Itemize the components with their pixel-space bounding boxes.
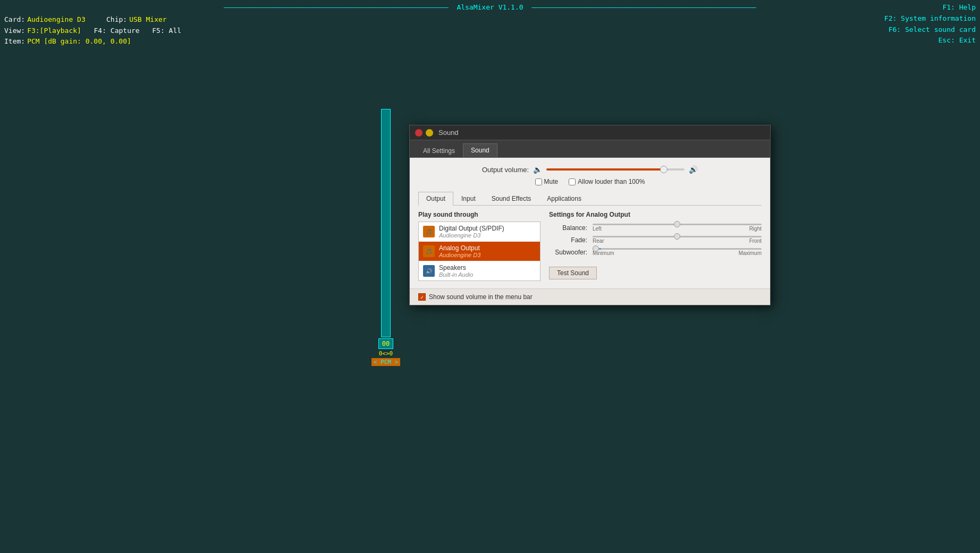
subwoofer-label: Subwoofer:: [549, 249, 587, 256]
device-sub-analog: Audioengine D3: [439, 252, 480, 258]
fader-fill: [382, 109, 390, 337]
fade-row: Fade: Rear Front: [549, 236, 762, 244]
card-line: Card: Audioengine D3 Chip: USB Mixer: [4, 14, 976, 25]
balance-label: Balance:: [549, 224, 587, 232]
shortcut-f1: F1: Help: [884, 2, 976, 13]
subwoofer-row: Subwoofer: Minimum Maximum: [549, 248, 762, 256]
fade-track[interactable]: [593, 236, 762, 237]
f4-label: F4: Capture: [94, 25, 140, 37]
mute-label: Mute: [544, 178, 559, 185]
tab-output[interactable]: Output: [418, 192, 453, 206]
device-text-analog: Analog Output Audioengine D3: [439, 244, 480, 258]
dialog-titlebar: Sound: [410, 125, 770, 140]
fader-label: < PCM >: [371, 358, 400, 366]
test-sound-button[interactable]: Test Sound: [549, 267, 597, 279]
dialog-top-tabs: All Settings Sound: [410, 140, 770, 158]
shortcut-f2: F2: System information: [884, 13, 976, 24]
tab-sound-effects[interactable]: Sound Effects: [484, 192, 539, 205]
output-volume-label: Output volume:: [482, 166, 529, 174]
device-sub-speakers: Built-in Audio: [439, 271, 473, 278]
fader-value: 00: [378, 338, 393, 349]
allow-louder-label: Allow louder than 100%: [578, 178, 645, 185]
subwoofer-thumb: [593, 245, 599, 252]
subwoofer-labels: Minimum Maximum: [593, 250, 762, 256]
item-label: Item:: [4, 36, 25, 47]
show-volume-label: Show sound volume in the menu bar: [429, 293, 533, 301]
shortcut-esc: Esc: Exit: [884, 35, 976, 46]
mute-checkbox[interactable]: [535, 178, 542, 185]
alsamixer-title-text: AlsaMixer V1.1.0: [457, 3, 523, 11]
device-icon-analog: 🎵: [423, 245, 435, 257]
device-text-digital: Digital Output (S/PDIF) Audioengine D3: [439, 225, 504, 239]
show-volume-checkbox[interactable]: ✓: [418, 293, 426, 301]
volume-low-icon: 🔈: [533, 165, 542, 174]
volume-high-icon: 🔊: [689, 165, 698, 174]
fade-front-label: Front: [749, 238, 762, 244]
play-sound-panel: Play sound through 🎵 Digital Output (S/P…: [418, 211, 540, 281]
fader-range: 0<>0: [379, 350, 393, 357]
tab-input[interactable]: Input: [453, 192, 484, 205]
dialog-close-button[interactable]: [415, 129, 423, 137]
fader-label-text: PCM: [381, 359, 391, 365]
device-item-speakers[interactable]: 🔊 Speakers Built-in Audio: [419, 261, 540, 280]
chip-value: USB Mixer: [129, 14, 166, 25]
settings-panel: Settings for Analog Output Balance: Left…: [549, 211, 762, 281]
alsamixer-header: ————————————————————————————————————————…: [0, 0, 980, 49]
view-line: View: F3:[Playback] F4: Capture F5: All: [4, 25, 976, 37]
device-list: 🎵 Digital Output (S/PDIF) Audioengine D3…: [418, 222, 540, 281]
device-icon-digital: 🎵: [423, 226, 435, 237]
subwoofer-slider-wrap: Minimum Maximum: [593, 248, 762, 256]
balance-right-label: Right: [749, 226, 762, 232]
device-item-digital-output[interactable]: 🎵 Digital Output (S/PDIF) Audioengine D3: [419, 222, 540, 242]
item-value: PCM [dB gain: 0.00, 0.00]: [27, 36, 131, 47]
device-item-analog-output[interactable]: 🎵 Analog Output Audioengine D3: [419, 242, 540, 261]
device-name-speakers: Speakers: [439, 264, 473, 271]
inner-tabs: Output Input Sound Effects Applications: [418, 192, 762, 206]
alsamixer-title: ————————————————————————————————————————…: [4, 2, 976, 13]
device-sub-digital: Audioengine D3: [439, 232, 504, 239]
tab-sound[interactable]: Sound: [463, 143, 497, 157]
mute-checkbox-item[interactable]: Mute: [535, 178, 559, 185]
f5-label: F5: All: [152, 25, 181, 37]
output-content-area: Play sound through 🎵 Digital Output (S/P…: [418, 211, 762, 281]
item-line: Item: PCM [dB gain: 0.00, 0.00]: [4, 36, 976, 47]
dialog-minimize-button[interactable]: [426, 129, 433, 137]
balance-slider-wrap: Left Right: [593, 224, 762, 232]
output-volume-slider[interactable]: [546, 168, 685, 171]
balance-track[interactable]: [593, 224, 762, 225]
chip-label: Chip:: [106, 14, 127, 25]
alsamixer-shortcuts: F1: Help F2: System information F6: Sele…: [884, 2, 976, 46]
balance-row: Balance: Left Right: [549, 224, 762, 232]
allow-louder-checkbox-item[interactable]: Allow louder than 100%: [569, 178, 645, 185]
dialog-title: Sound: [438, 129, 459, 137]
fader-track[interactable]: [381, 109, 391, 337]
allow-louder-checkbox[interactable]: [569, 178, 576, 185]
bottom-row: ✓ Show sound volume in the menu bar: [410, 288, 770, 305]
settings-heading: Settings for Analog Output: [549, 211, 762, 218]
fade-label: Fade:: [549, 236, 587, 244]
balance-left-label: Left: [593, 226, 602, 232]
volume-options-row: Mute Allow louder than 100%: [418, 178, 762, 185]
view-value: F3:[Playback]: [27, 25, 81, 37]
volume-slider-thumb: [660, 166, 668, 173]
dialog-body: Output volume: 🔈 🔊 Mute Allow louder tha…: [410, 158, 770, 288]
device-name-analog: Analog Output: [439, 244, 480, 252]
card-value: Audioengine D3: [27, 14, 86, 25]
view-label: View:: [4, 25, 25, 37]
fade-rear-label: Rear: [593, 238, 604, 244]
subwoofer-track[interactable]: [593, 248, 762, 250]
device-name-digital: Digital Output (S/PDIF): [439, 225, 504, 232]
tab-applications[interactable]: Applications: [539, 192, 589, 205]
sub-max-label: Maximum: [739, 250, 762, 256]
output-volume-row: Output volume: 🔈 🔊: [418, 165, 762, 174]
fade-thumb: [674, 233, 680, 240]
device-text-speakers: Speakers Built-in Audio: [439, 264, 473, 278]
sound-dialog: Sound All Settings Sound Output volume: …: [409, 125, 771, 305]
pcm-fader-channel[interactable]: 00 0<>0 < PCM >: [379, 109, 392, 366]
card-label: Card:: [4, 14, 25, 25]
fade-slider-wrap: Rear Front: [593, 236, 762, 244]
shortcut-f6: F6: Select sound card: [884, 24, 976, 36]
balance-thumb: [674, 221, 680, 227]
tab-all-settings[interactable]: All Settings: [415, 143, 463, 157]
play-through-heading: Play sound through: [418, 211, 540, 218]
